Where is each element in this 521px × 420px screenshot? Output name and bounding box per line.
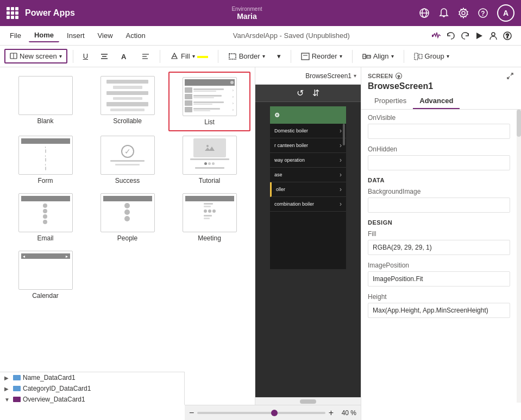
preview-toolbar: ↺ ⇵ — [255, 85, 361, 102]
template-email[interactable]: Email — [4, 189, 86, 246]
top-bar-icons: ? A — [419, 4, 514, 22]
refresh-preview-button[interactable]: ↺ — [297, 88, 304, 98]
menu-insert[interactable]: Insert — [61, 29, 90, 42]
expand-preview-button[interactable]: ⇵ — [312, 88, 319, 98]
template-scrollable[interactable]: Scrollable — [86, 72, 168, 131]
help-icon[interactable]: ? — [478, 8, 488, 18]
preview-screen: ⚙ Domestic boiler › r canteen boiler › w… — [270, 106, 346, 269]
reorder-button[interactable]: Reorder ▾ — [297, 50, 347, 62]
main-area: Blank Scrollable — [0, 67, 521, 420]
design-section-header: DESIGN — [368, 219, 510, 226]
tree-item-name-datacard[interactable]: ▶ Name_DataCard1 — [0, 372, 184, 383]
globe-icon[interactable] — [419, 8, 430, 18]
background-image-label: BackgroundImage — [368, 188, 510, 195]
template-scrollable-label: Scrollable — [113, 117, 142, 125]
align-button[interactable]: Align ▾ — [358, 50, 398, 62]
preview-list: Domestic boiler › r canteen boiler › way… — [270, 124, 346, 212]
new-screen-chevron[interactable]: ▾ — [59, 53, 62, 59]
item-arrow: › — [340, 186, 342, 193]
template-email-thumb — [18, 193, 73, 232]
on-hidden-label: OnHidden — [368, 145, 510, 153]
zoom-slider[interactable] — [197, 412, 325, 414]
on-hidden-group: OnHidden — [368, 145, 510, 170]
border-icon — [228, 53, 237, 60]
app-title: Power Apps — [25, 8, 75, 18]
redo-icon[interactable] — [460, 31, 470, 41]
svg-rect-21 — [229, 54, 236, 59]
template-meeting[interactable]: Meeting — [168, 189, 250, 246]
profile-icon[interactable] — [488, 31, 498, 41]
fill-button[interactable]: Fill ▾ — [166, 50, 212, 63]
text-align-button[interactable] — [137, 50, 154, 62]
tree-item-category-datacard[interactable]: ▶ CategoryID_DataCard1 — [0, 383, 184, 394]
align-center-button[interactable] — [96, 50, 113, 62]
height-group: Height — [368, 293, 510, 318]
menu-home[interactable]: Home — [29, 29, 59, 42]
new-screen-button[interactable]: New screen ▾ — [4, 49, 67, 63]
underline-button[interactable]: U — [79, 50, 92, 62]
separator-3 — [218, 50, 218, 63]
fill-label: Fill — [181, 52, 190, 60]
on-hidden-input[interactable] — [368, 155, 510, 170]
preview-header-text: ⚙ — [274, 112, 280, 119]
fill-chevron[interactable]: ▾ — [192, 53, 195, 59]
zoom-plus-button[interactable]: + — [329, 408, 334, 418]
font-button[interactable]: A — [116, 50, 134, 62]
heart-pulse-icon[interactable] — [432, 31, 442, 41]
template-list[interactable]: › › › › List — [168, 72, 250, 131]
tab-advanced[interactable]: Advanced — [413, 93, 460, 109]
zoom-minus-button[interactable]: − — [189, 408, 194, 418]
separator-5 — [352, 50, 353, 63]
template-people-label: People — [117, 234, 137, 242]
user-avatar[interactable]: A — [497, 4, 514, 22]
separator-6 — [404, 50, 404, 63]
screen-selector[interactable]: BrowseScreen1 ▾ — [255, 67, 361, 85]
fill-group: Fill — [368, 230, 510, 255]
fill-icon — [170, 52, 179, 61]
separator-4 — [291, 50, 291, 63]
group-button[interactable]: Group ▾ — [410, 50, 454, 62]
image-position-input[interactable] — [368, 271, 510, 287]
tree-icon-overview — [13, 397, 21, 402]
template-people[interactable]: People — [86, 189, 168, 246]
template-tutorial-thumb — [183, 136, 237, 175]
menu-view[interactable]: View — [92, 29, 118, 42]
horizontal-scrollbar[interactable] — [255, 397, 361, 405]
zoom-thumb — [271, 410, 278, 416]
menu-file[interactable]: File — [4, 29, 27, 42]
on-visible-input[interactable] — [368, 124, 510, 139]
template-calendar[interactable]: ◄► — [4, 246, 86, 304]
height-input[interactable] — [368, 303, 510, 318]
right-scroll-bar[interactable] — [517, 110, 521, 403]
question-circle-icon[interactable]: ? — [503, 31, 512, 41]
on-visible-group: OnVisible — [368, 114, 510, 139]
gear-icon[interactable] — [458, 8, 469, 18]
template-blank[interactable]: Blank — [4, 72, 86, 131]
more-button[interactable]: ▾ — [273, 50, 285, 62]
panel-header: SCREEN ? — [361, 67, 521, 80]
svg-point-29 — [206, 145, 209, 147]
grid-menu-icon[interactable] — [7, 7, 18, 19]
list-item: ase › — [270, 168, 346, 182]
env-label: Environment — [231, 6, 262, 12]
tree-item-overview-datacard[interactable]: ▼ Overview_DataCard1 — [0, 394, 184, 405]
tab-properties[interactable]: Properties — [368, 93, 413, 109]
fill-input[interactable] — [368, 240, 510, 255]
panel-expand-icon[interactable] — [506, 72, 514, 80]
border-button[interactable]: Border ▾ — [224, 50, 269, 62]
template-form[interactable]: Form — [4, 131, 86, 189]
undo-icon[interactable] — [446, 31, 456, 41]
template-tutorial[interactable]: Tutorial — [168, 131, 250, 189]
tree-panel: ▶ Name_DataCard1 ▶ CategoryID_DataCard1 … — [0, 372, 185, 405]
list-item: combination boiler › — [270, 197, 346, 212]
bell-icon[interactable] — [438, 8, 449, 18]
template-success[interactable]: ✓ Success — [86, 131, 168, 189]
menu-action[interactable]: Action — [121, 29, 151, 42]
screen-selector-chevron[interactable]: ▾ — [354, 73, 356, 79]
zoom-bar: − + 40 % — [185, 405, 361, 420]
on-visible-label: OnVisible — [368, 114, 510, 122]
reorder-icon — [301, 53, 310, 60]
help-circle-icon[interactable]: ? — [395, 72, 403, 80]
background-image-input[interactable] — [368, 198, 510, 213]
run-icon[interactable] — [474, 31, 484, 41]
